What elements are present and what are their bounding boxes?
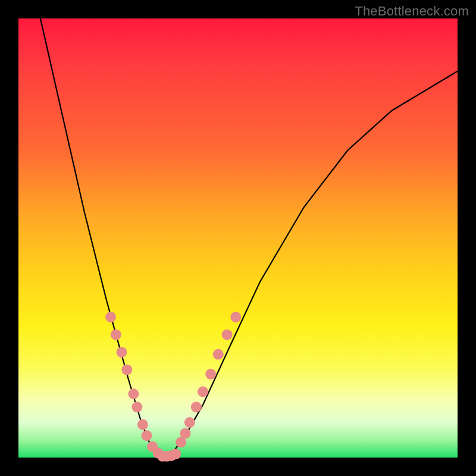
watermark-text: TheBottleneck.com	[355, 4, 469, 19]
curve-svg	[18, 18, 458, 458]
gradient-plot-area	[18, 18, 458, 458]
data-dot	[191, 402, 202, 412]
data-dot	[230, 312, 241, 322]
data-dot	[137, 419, 148, 430]
data-dot	[184, 417, 195, 428]
data-dot	[180, 428, 190, 439]
data-dot	[111, 329, 121, 340]
data-dot	[105, 312, 116, 322]
data-dot	[121, 364, 132, 375]
bottleneck-curve	[40, 18, 458, 458]
data-dot	[131, 402, 142, 412]
data-dot	[198, 386, 208, 397]
data-dot	[116, 347, 127, 358]
data-dot	[128, 389, 139, 399]
data-dot	[142, 430, 152, 441]
data-dot	[170, 449, 181, 459]
outer-frame: TheBottleneck.com	[0, 0, 476, 476]
data-dots-group	[105, 312, 241, 462]
data-dot	[205, 369, 216, 380]
data-dot	[213, 349, 224, 360]
data-dot	[222, 329, 233, 340]
